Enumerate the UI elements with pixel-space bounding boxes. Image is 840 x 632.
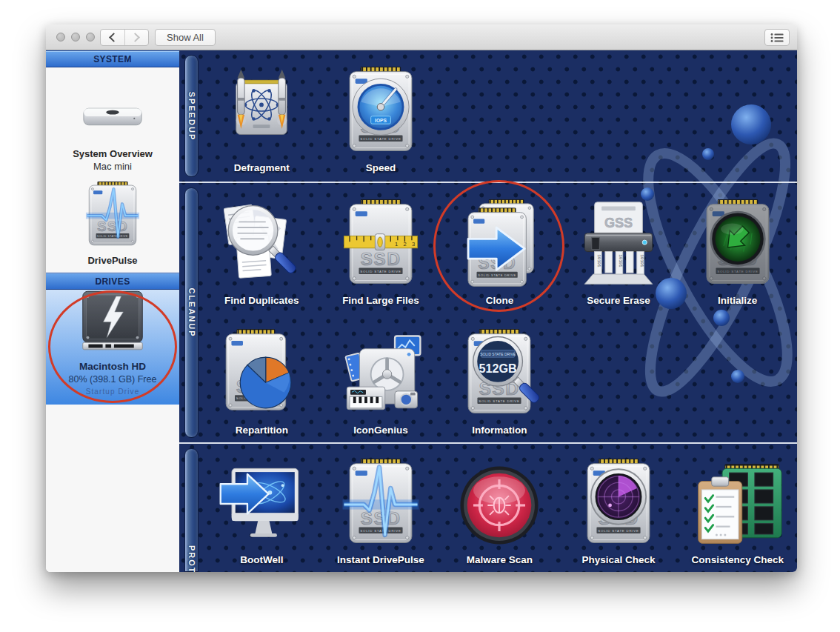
traffic-lights <box>56 33 95 41</box>
secure-erase-icon: GSS <box>573 199 664 290</box>
tile-label: Secure Erase <box>587 295 650 306</box>
sidebar-header-drives: DRIVES <box>46 273 179 290</box>
section-speedup: SPEEDUP <box>179 50 797 182</box>
chevron-left-icon <box>109 33 119 42</box>
tile-find-duplicates[interactable]: Find Duplicates <box>202 183 321 313</box>
tile-instant-drivepulse[interactable]: Instant DrivePulse <box>321 444 441 572</box>
sidebar-filler <box>46 405 179 572</box>
system-overview-title: System Overview <box>73 147 153 160</box>
section-divider <box>179 182 797 183</box>
hard-drive-icon <box>79 290 147 356</box>
consistency-check-icon <box>693 459 783 549</box>
macintosh-hd-free-space: 80% (398.1 GB) Free <box>69 373 157 386</box>
tile-label: Repartition <box>236 425 288 436</box>
svg-text:3: 3 <box>412 241 415 247</box>
show-all-label: Show All <box>167 32 204 43</box>
drivepulse-icon <box>84 182 141 250</box>
tile-label: BootWell <box>240 554 283 565</box>
binary-strip-text-2: 10101 <box>618 254 623 267</box>
malware-scan-icon <box>456 462 543 549</box>
tile-label: Find Duplicates <box>224 295 299 306</box>
tile-repartition[interactable]: Repartition <box>202 313 321 442</box>
svg-text:2: 2 <box>403 241 406 247</box>
list-view-button[interactable] <box>764 29 790 46</box>
initialize-icon <box>693 199 783 290</box>
titlebar: Show All <box>46 24 797 50</box>
protect-rail-label: PROT <box>187 545 196 572</box>
tile-label: Clone <box>486 295 514 306</box>
clone-icon <box>454 199 544 290</box>
svg-text:1: 1 <box>395 241 398 247</box>
main-area: SPEEDUP <box>179 50 797 572</box>
drivepulse-title: DrivePulse <box>87 254 137 267</box>
sidebar: SYSTEM System Overview Mac mini <box>46 50 179 572</box>
tile-label: Physical Check <box>582 554 656 565</box>
capacity-text: 512GB <box>479 362 517 375</box>
sidebar-item-macintosh-hd[interactable]: Macintosh HD 80% (398.1 GB) Free Startup… <box>46 290 179 405</box>
sidebar-item-drivepulse[interactable]: DrivePulse <box>46 178 179 273</box>
tile-malware-scan[interactable]: Malware Scan <box>440 444 559 572</box>
tile-defragment[interactable]: Defragment <box>202 50 321 180</box>
tile-speed[interactable]: IOPS Speed <box>321 50 441 180</box>
section-protect: PROT <box>179 444 797 572</box>
tile-label: Initialize <box>718 295 757 306</box>
physical-check-icon <box>573 459 664 549</box>
nav-buttons <box>100 29 149 46</box>
protect-rail: PROT <box>183 444 202 572</box>
defragment-icon <box>216 67 307 157</box>
find-duplicates-icon <box>216 199 307 290</box>
tile-label: Defragment <box>234 162 290 173</box>
binary-strip-text-3: 10101 <box>639 254 644 267</box>
back-button[interactable] <box>101 30 124 45</box>
tile-label: Information <box>472 425 527 436</box>
speedup-rail: SPEEDUP <box>183 50 202 182</box>
iops-text: IOPS <box>375 118 387 123</box>
system-overview-subtitle: Mac mini <box>93 160 132 173</box>
tile-consistency-check[interactable]: Consistency Check <box>678 444 797 572</box>
list-view-icon <box>770 33 784 43</box>
section-divider <box>179 442 797 444</box>
close-button[interactable] <box>56 33 65 41</box>
speedup-rail-label: SPEEDUP <box>187 91 196 141</box>
icongenius-icon <box>336 329 426 419</box>
instant-drivepulse-icon <box>336 459 426 549</box>
show-all-button[interactable]: Show All <box>155 29 216 46</box>
tile-label: Consistency Check <box>691 554 784 565</box>
tile-label: Find Large Files <box>342 295 419 306</box>
sidebar-item-system-overview[interactable]: System Overview Mac mini <box>46 67 179 178</box>
find-large-files-icon: 1 2 3 <box>336 199 426 290</box>
shredded-ssd-text: GSS <box>604 216 633 230</box>
chevron-right-icon <box>130 33 140 42</box>
tile-label: Malware Scan <box>467 554 533 565</box>
tile-physical-check[interactable]: Physical Check <box>559 444 679 572</box>
cleanup-rail-label: CLEANUP <box>187 287 196 337</box>
speed-icon: IOPS <box>336 67 426 157</box>
tile-bootwell[interactable]: BootWell <box>202 444 321 572</box>
lens-caption-text: SOLID STATE DRIVE <box>481 353 517 356</box>
startup-drive-badge: Startup Drive <box>86 387 140 396</box>
tile-clone[interactable]: Clone <box>440 183 559 313</box>
app-window: Show All SYSTEM <box>46 24 797 572</box>
tile-label: Instant DrivePulse <box>337 554 424 565</box>
tile-icongenius[interactable]: IconGenius <box>321 313 441 442</box>
mac-mini-icon <box>82 103 143 131</box>
macintosh-hd-title: Macintosh HD <box>79 360 146 373</box>
forward-button[interactable] <box>124 30 149 45</box>
section-cleanup: CLEANUP <box>179 183 797 442</box>
window-content: SYSTEM System Overview Mac mini <box>46 50 797 572</box>
tile-secure-erase[interactable]: GSS <box>559 183 679 313</box>
tile-information[interactable]: SOLID STATE DRIVE 512GB Information <box>440 313 559 442</box>
tile-initialize[interactable]: Initialize <box>678 183 797 313</box>
tile-find-large-files[interactable]: 1 2 3 Find Large Files <box>321 183 441 313</box>
tile-label: Speed <box>366 162 396 173</box>
sidebar-header-system: SYSTEM <box>46 50 179 67</box>
information-icon: SOLID STATE DRIVE 512GB <box>454 329 544 419</box>
bootwell-icon <box>216 459 307 549</box>
tile-label: IconGenius <box>353 425 408 436</box>
repartition-icon <box>216 329 307 419</box>
binary-strip-text: 10101 <box>596 254 601 267</box>
minimize-button[interactable] <box>71 33 80 41</box>
zoom-button[interactable] <box>86 33 95 41</box>
cleanup-rail: CLEANUP <box>183 183 202 442</box>
